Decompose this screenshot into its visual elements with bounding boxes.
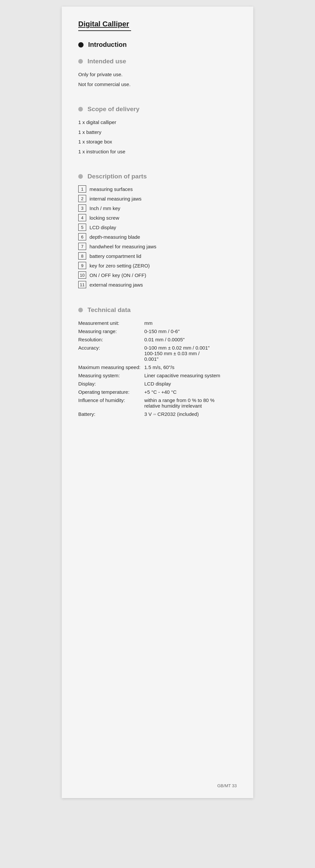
part-number: 6: [78, 233, 86, 240]
part-number: 2: [78, 195, 86, 202]
scope-heading: Scope of delivery: [78, 105, 237, 113]
tech-label: Measurement unit:: [78, 319, 144, 327]
part-number: 9: [78, 262, 86, 269]
part-number: 7: [78, 243, 86, 250]
part-label: battery compartment lid: [89, 253, 141, 259]
part-number: 8: [78, 252, 86, 259]
tech-label: Influence of humidity:: [78, 396, 144, 410]
part-label: locking screw: [89, 215, 119, 221]
part-label: ON / OFF key (ON / OFF): [89, 272, 146, 278]
table-row: Measuring system:Liner capacitive measur…: [78, 371, 237, 380]
part-label: external measuring jaws: [89, 282, 143, 287]
table-row: Maximum measuring speed:1.5 m/s, 60"/s: [78, 363, 237, 371]
table-row: Operating temperature:+5 °C - +40 °C: [78, 388, 237, 396]
tech-data-heading-text: Technical data: [87, 306, 131, 314]
list-item: 6depth-measuring blade: [78, 233, 237, 240]
list-item: 9key for zero setting (ZERO): [78, 262, 237, 269]
part-number: 4: [78, 214, 86, 221]
tech-value: +5 °C - +40 °C: [144, 388, 237, 396]
part-label: Inch / mm key: [89, 206, 120, 211]
footer-text: GB/MT 33: [217, 783, 237, 788]
table-row: Measuring range:0-150 mm / 0-6": [78, 327, 237, 335]
intended-use-heading: Intended use: [78, 58, 237, 65]
tech-value: mm: [144, 319, 237, 327]
scope-heading-text: Scope of delivery: [87, 105, 139, 113]
tech-label: Maximum measuring speed:: [78, 363, 144, 371]
list-item: 3Inch / mm key: [78, 205, 237, 212]
part-label: internal measuring jaws: [89, 196, 142, 202]
table-row: Resolution:0.01 mm / 0.0005": [78, 335, 237, 344]
list-item: 11external measuring jaws: [78, 281, 237, 288]
tech-data-content: Measurement unit:mmMeasuring range:0-150…: [78, 319, 237, 418]
introduction-bullet: [78, 42, 84, 48]
part-number: 1: [78, 185, 86, 193]
tech-label: Measuring system:: [78, 371, 144, 380]
table-row: Display:LCD display: [78, 380, 237, 388]
intended-use-bullet: [78, 59, 83, 64]
scope-content: 1 x digital calliper 1 x battery 1 x sto…: [78, 118, 237, 156]
tech-value: LCD display: [144, 380, 237, 388]
part-number: 5: [78, 224, 86, 231]
list-item: 1measuring surfaces: [78, 185, 237, 193]
part-number: 11: [78, 281, 86, 288]
introduction-heading: Introduction: [78, 41, 237, 49]
scope-item-2: 1 x battery: [78, 128, 237, 136]
table-row: Battery:3 V ⎓ CR2032 (included): [78, 410, 237, 418]
introduction-heading-text: Introduction: [88, 41, 127, 49]
tech-value: 0-100 mm ± 0.02 mm / 0.001"100-150 mm ± …: [144, 344, 237, 363]
scope-item-1: 1 x digital calliper: [78, 118, 237, 127]
intended-use-line-1: Only for private use.: [78, 70, 237, 79]
tech-value: 1.5 m/s, 60"/s: [144, 363, 237, 371]
list-item: 7handwheel for measuring jaws: [78, 243, 237, 250]
page: Digital Calliper Introduction Intended u…: [62, 7, 253, 798]
intended-use-heading-text: Intended use: [87, 58, 126, 65]
part-number: 10: [78, 271, 86, 279]
tech-label: Operating temperature:: [78, 388, 144, 396]
page-title-container: Digital Calliper: [78, 20, 237, 31]
list-item: 2internal measuring jaws: [78, 195, 237, 202]
page-footer: GB/MT 33: [217, 783, 237, 788]
tech-label: Measuring range:: [78, 327, 144, 335]
table-row: Accuracy:0-100 mm ± 0.02 mm / 0.001"100-…: [78, 344, 237, 363]
tech-value: 3 V ⎓ CR2032 (included): [144, 410, 237, 418]
intended-use-content: Only for private use. Not for commercial…: [78, 70, 237, 88]
parts-heading-text: Description of parts: [87, 173, 147, 180]
part-label: LCD display: [89, 225, 116, 230]
tech-label: Accuracy:: [78, 344, 144, 363]
part-label: handwheel for measuring jaws: [89, 244, 156, 249]
part-label: depth-measuring blade: [89, 234, 140, 240]
title-divider: [78, 30, 131, 31]
list-item: 4locking screw: [78, 214, 237, 221]
table-row: Measurement unit:mm: [78, 319, 237, 327]
part-label: measuring surfaces: [89, 186, 133, 192]
parts-heading: Description of parts: [78, 173, 237, 180]
table-row: Influence of humidity:within a range fro…: [78, 396, 237, 410]
tech-value: Liner capacitive measuring system: [144, 371, 237, 380]
parts-list: 1measuring surfaces2internal measuring j…: [78, 185, 237, 288]
list-item: 8battery compartment lid: [78, 252, 237, 259]
part-number: 3: [78, 205, 86, 212]
tech-label: Display:: [78, 380, 144, 388]
intended-use-line-2: Not for commercial use.: [78, 80, 237, 89]
tech-label: Battery:: [78, 410, 144, 418]
part-label: key for zero setting (ZERO): [89, 263, 150, 269]
tech-data-bullet: [78, 308, 83, 312]
tech-value: 0.01 mm / 0.0005": [144, 335, 237, 344]
scope-item-4: 1 x instruction for use: [78, 147, 237, 156]
tech-data-heading: Technical data: [78, 306, 237, 314]
list-item: 10ON / OFF key (ON / OFF): [78, 271, 237, 279]
tech-value: within a range from 0 % to 80 %relative …: [144, 396, 237, 410]
tech-value: 0-150 mm / 0-6": [144, 327, 237, 335]
scope-item-3: 1 x storage box: [78, 137, 237, 146]
tech-table: Measurement unit:mmMeasuring range:0-150…: [78, 319, 237, 418]
tech-label: Resolution:: [78, 335, 144, 344]
scope-bullet: [78, 107, 83, 112]
page-title: Digital Calliper: [78, 20, 237, 28]
list-item: 5LCD display: [78, 224, 237, 231]
parts-bullet: [78, 174, 83, 179]
